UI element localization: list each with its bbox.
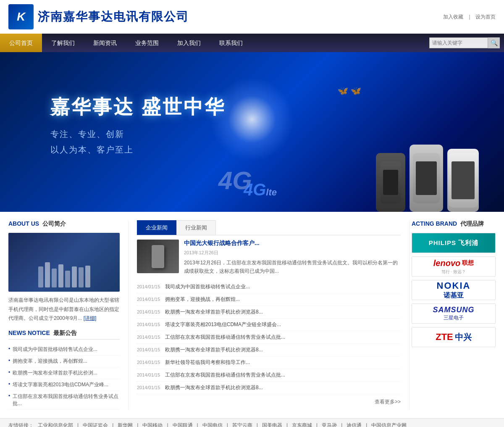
notice-list: 我司成为中国首批移动转售试点企业... 拥抱变革，迎接挑战，再创辉煌... 欧朋… [8, 344, 120, 410]
banner-text: 嘉华事达 盛世中华 专注、专业、创新 以人为本、客户至上 [50, 94, 226, 156]
links-label: 友情链接： [8, 422, 34, 427]
news-item[interactable]: 2014/01/15 工信部在京发布我国首批移动通信转售营业务试点批... [137, 369, 401, 382]
link-item[interactable]: 中国证监会 [83, 422, 108, 427]
notice-item[interactable]: 工信部在京发布我国首批移动通信转售业务试点批... [8, 391, 120, 410]
link-item[interactable]: 工业和信息化部 [38, 422, 73, 427]
nokia-text: NOKIA [437, 280, 471, 291]
news-item[interactable]: 2014/01/15 欧朋携一淘发布全球首款手机比价浏览器8... [137, 306, 401, 319]
nav-item-business[interactable]: 业务范围 [126, 34, 168, 52]
lenovo-cn: 联想 [462, 259, 474, 267]
company-name: 济南嘉华事达电讯有限公司 [38, 9, 189, 25]
news-link[interactable]: 塔读文字塞装亮相2013电信CDMA产业链全球盛会... [165, 321, 281, 328]
banner-subtitle2: 以人为本、客户至上 [50, 144, 226, 156]
brand-item-nokia[interactable]: NOKIA 诺基亚 [412, 280, 496, 300]
news-link[interactable]: 欧朋携一淘发布全球首款手机比价浏览器8... [165, 308, 263, 316]
about-title-en: ABOUT US [8, 220, 39, 227]
butterfly-icon: 🦋 🦋 [338, 86, 361, 96]
left-column: ABOUT US 公司简介 济南嘉华事达电讯有限公司是山东本地的大型省辖手机代理… [8, 220, 126, 410]
news-date: 2014/01/15 [137, 372, 160, 377]
divider-left [128, 220, 129, 410]
news-item[interactable]: 2014/01/15 欧朋携一淘发布全球首款手机比价浏览器8... [137, 344, 401, 356]
link-item[interactable]: 苏宁云商 [232, 422, 252, 427]
homepage-link[interactable]: 设为首页 [475, 14, 496, 20]
nav-item-news[interactable]: 新闻资讯 [84, 34, 126, 52]
search-button[interactable]: 🔍 [488, 37, 500, 48]
nav-item-join[interactable]: 加入我们 [168, 34, 210, 52]
brand-item-lenovo[interactable]: lenovo 联想 笃行 · 致远？ [412, 256, 496, 277]
news-link[interactable]: 工信部在京发布我国首批移动通信转售营业务试点批... [165, 372, 285, 379]
nokia-cn: 诺基亚 [444, 291, 464, 300]
link-item[interactable]: 亚马逊 [322, 422, 337, 427]
news-item[interactable]: 2014/01/15 拥抱变革，迎接挑战，再创辉煌... [137, 293, 401, 306]
news-date: 2014/01/15 [137, 309, 160, 314]
brand-title-cn: 代理品牌 [460, 220, 484, 228]
phone-2 [410, 145, 443, 212]
brand-title: ACTING BRAND 代理品牌 [412, 220, 496, 228]
phone-1 [376, 153, 405, 212]
brand-item-samsung[interactable]: SAMSUNG 三星电子 [412, 303, 496, 324]
tab-industry-news[interactable]: 行业新闻 [176, 220, 216, 235]
more-link[interactable]: 查看更多 [137, 398, 401, 406]
news-link[interactable]: 欧朋携一淘发布全球首款手机比价浏览器8... [165, 384, 263, 391]
notice-item[interactable]: 欧朋携一淘发布全球首款手机比价浏... [8, 367, 120, 379]
news-link[interactable]: 拥抱变革，迎接挑战，再创辉煌... [165, 296, 240, 303]
link-item[interactable]: 中国电信 [202, 422, 223, 427]
header-links: 加入收藏 ｜ 设为首页 [443, 13, 504, 21]
news-item[interactable]: 2014/01/15 我司成为中国首批移动转售试点企业... [137, 281, 401, 293]
news-list: 2014/01/15 我司成为中国首批移动转售试点企业... 2014/01/1… [137, 281, 401, 394]
brand-item-philips[interactable]: PHILIPS 飞利浦 [412, 233, 496, 253]
link-item[interactable]: 中国信息产业网 [371, 422, 407, 427]
middle-column: 企业新闻 行业新闻 中国光大银行战略合作客户... 2013年12月26日 20… [131, 220, 407, 410]
news-item[interactable]: 2014/01/15 塔读文字塞装亮相2013电信CDMA产业链全球盛会... [137, 319, 401, 331]
link-item[interactable]: 中国移动 [142, 422, 163, 427]
tab-company-news[interactable]: 企业新闻 [137, 220, 176, 235]
collect-link[interactable]: 加入收藏 [443, 14, 463, 20]
samsung-cn: 三星电子 [444, 314, 464, 322]
nav-item-contact[interactable]: 联系我们 [210, 34, 252, 52]
samsung-text: SAMSUNG [433, 306, 474, 314]
news-tabs: 企业新闻 行业新闻 [137, 220, 401, 235]
detail-link[interactable]: [详细] [84, 315, 97, 321]
news-link[interactable]: 工信部在京发布我国首批移动通信转售营业务试点批... [165, 334, 285, 341]
notice-item[interactable]: 拥抱变革，迎接挑战，再创辉煌... [8, 356, 120, 367]
link-item[interactable]: 京东商城 [292, 422, 312, 427]
main-content: ABOUT US 公司简介 济南嘉华事达电讯有限公司是山东本地的大型省辖手机代理… [0, 212, 504, 418]
philips-text: PHILIPS 飞利浦 [429, 239, 479, 247]
news-image [137, 240, 179, 273]
zte-cn: 中兴 [455, 332, 472, 343]
link-item[interactable]: 中国联通 [173, 422, 193, 427]
news-item[interactable]: 2014/01/15 欧朋携一淘发布全球首款手机比价浏览器8... [137, 382, 401, 394]
news-item[interactable]: 2014/01/15 新华社领导莅临我司考察和指导工作... [137, 356, 401, 369]
link-item[interactable]: 新华网 [118, 422, 133, 427]
lenovo-text: lenovo [433, 258, 460, 268]
news-link[interactable]: 新华社领导莅临我司考察和指导工作... [165, 359, 250, 366]
divider-right [409, 220, 410, 410]
news-date: 2014/01/15 [137, 347, 160, 352]
banner-title: 嘉华事达 盛世中华 [50, 94, 226, 120]
notice-item[interactable]: 塔读文字塞装亮相2013电信CDMA产业峰... [8, 379, 120, 391]
featured-title[interactable]: 中国光大银行战略合作客户... [184, 240, 401, 247]
featured-news: 中国光大银行战略合作客户... 2013年12月26日 2013年12月26日，… [137, 240, 401, 276]
header: K 济南嘉华事达电讯有限公司 加入收藏 ｜ 设为首页 [0, 0, 504, 34]
news-link[interactable]: 我司成为中国首批移动转售试点企业... [165, 283, 250, 290]
news-notice-title: NEWS NOTICE 最新公告 [8, 329, 120, 340]
featured-date: 2013年12月26日 [184, 250, 401, 256]
news-item[interactable]: 2014/01/15 工信部在京发布我国首批移动通信转售营业务试点批... [137, 331, 401, 344]
news-date: 2014/01/15 [137, 322, 160, 327]
logo-area: K 济南嘉华事达电讯有限公司 [0, 4, 189, 29]
brand-item-zte[interactable]: ZTE 中兴 [412, 327, 496, 347]
about-title-cn: 公司简介 [42, 220, 66, 228]
link-item[interactable]: 国美电器 [262, 422, 282, 427]
nav-item-home[interactable]: 公司首页 [0, 34, 42, 52]
about-title: ABOUT US 公司简介 [8, 220, 120, 228]
zte-text: ZTE [436, 332, 453, 343]
banner: 🦋 🦋 嘉华事达 盛世中华 专注、专业、创新 以人为本、客户至上 4G 4Glt… [0, 52, 504, 212]
news-date: 2014/01/15 [137, 297, 160, 302]
link-item[interactable]: 迪信通 [346, 422, 362, 427]
nav-item-about[interactable]: 了解我们 [42, 34, 84, 52]
brand-list: PHILIPS 飞利浦 lenovo 联想 笃行 · 致远？ NOKIA 诺基亚… [412, 233, 496, 347]
nav: 公司首页 了解我们 新闻资讯 业务范围 加入我们 联系我们 🔍 [0, 34, 504, 52]
search-input[interactable] [429, 37, 488, 48]
news-link[interactable]: 欧朋携一淘发布全球首款手机比价浏览器8... [165, 346, 263, 353]
notice-item[interactable]: 我司成为中国首批移动转售试点企业... [8, 344, 120, 356]
